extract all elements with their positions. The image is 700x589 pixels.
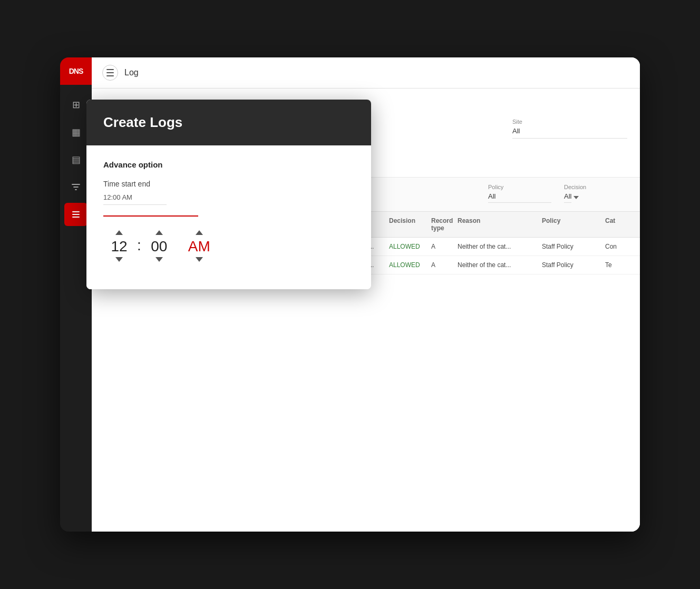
down-arrow-icon <box>196 257 203 263</box>
time-picker: 12 : 00 <box>103 227 354 266</box>
up-arrow-icon <box>196 230 203 236</box>
minutes-display: 00 <box>151 239 167 254</box>
down-arrow-icon <box>115 257 123 263</box>
ampm-down-button[interactable] <box>192 254 206 266</box>
ampm-column: AM <box>183 227 215 266</box>
modal-overlay: Create Logs Advance option Time start en… <box>60 57 640 532</box>
minutes-column: 00 <box>143 227 175 266</box>
hours-display: 12 <box>111 239 127 254</box>
ampm-display: AM <box>188 239 210 254</box>
up-arrow-icon <box>115 230 123 236</box>
minutes-down-button[interactable] <box>152 254 166 266</box>
time-colon: : <box>135 237 143 254</box>
hours-down-button[interactable] <box>112 254 126 266</box>
modal-time-label: Time start end <box>103 180 354 188</box>
modal-header: Create Logs <box>86 100 371 145</box>
down-arrow-icon <box>155 257 163 263</box>
time-display[interactable]: 12:00 AM <box>103 193 167 205</box>
hours-up-button[interactable] <box>112 227 126 239</box>
modal-card: Create Logs Advance option Time start en… <box>86 100 371 289</box>
modal-body: Advance option Time start end 12:00 AM 1… <box>86 145 371 289</box>
modal-section-title: Advance option <box>103 160 354 169</box>
ampm-up-button[interactable] <box>192 227 206 239</box>
time-input-underline <box>103 215 198 217</box>
hours-column: 12 <box>103 227 135 266</box>
modal-title: Create Logs <box>103 114 354 131</box>
up-arrow-icon <box>155 230 163 236</box>
minutes-up-button[interactable] <box>152 227 166 239</box>
